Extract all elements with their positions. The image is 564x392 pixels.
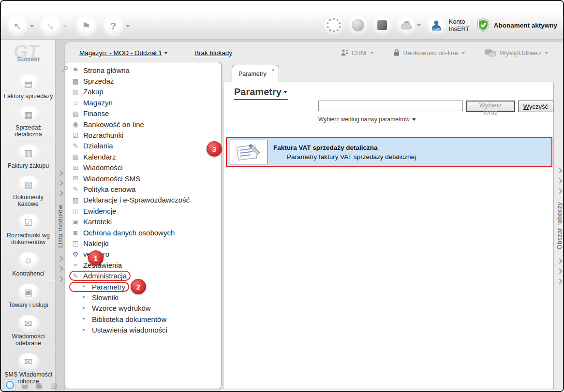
sidebar-module-button[interactable]: ▨ Dokumenty kasowe xyxy=(1,173,56,211)
mini-module-icon[interactable]: ▦ xyxy=(33,380,45,390)
clear-button[interactable]: Wyczyść xyxy=(518,101,553,112)
workspace-strip[interactable]: Obszar roboczy xyxy=(555,63,564,389)
tree-item-icon: ▥ xyxy=(71,88,80,96)
app-window: ↖ ↘ ⚑ ? xyxy=(0,0,564,392)
shield-check-icon xyxy=(476,18,490,32)
mini-module-icon[interactable] xyxy=(3,379,16,391)
back-button[interactable]: ↖ xyxy=(8,16,27,36)
result-title: Faktura VAT sprzedaży detaliczna xyxy=(273,144,416,151)
tree-item-icon: ▨ xyxy=(71,110,80,117)
module-tree-item[interactable]: • • Słowniki xyxy=(69,292,219,303)
sync-spinner-icon[interactable] xyxy=(325,16,342,34)
module-tree-item[interactable]: • ✎ Administracja xyxy=(69,270,219,281)
send-receive-button[interactable]: Wyślij/Odbierz xyxy=(485,49,549,57)
chevron-right-icon xyxy=(58,170,63,175)
module-tree-item[interactable]: • • Wzorce wydruków xyxy=(69,303,219,314)
sidebar-module-button[interactable]: ▦ Sprzedaż detaliczna xyxy=(1,103,56,141)
module-tree-item[interactable]: • ✎ Działania xyxy=(69,141,219,151)
filter-dropdown-icon xyxy=(412,118,416,121)
module-tree-item[interactable]: • ▤ Sprzedaż xyxy=(69,75,219,86)
help-dropdown-icon[interactable] xyxy=(126,25,130,28)
sidebar-module-icon: ▨ xyxy=(18,176,39,192)
abonament-status[interactable]: Abonament aktywny xyxy=(476,18,557,32)
parameter-search-input[interactable] xyxy=(318,101,463,111)
chevron-right-icon xyxy=(58,180,63,186)
sidebar-module-button[interactable]: ☑ Rozrachunki wg dokumentów xyxy=(1,211,56,249)
sidebar-module-icon: ▦ xyxy=(18,106,39,123)
mini-module-icon[interactable]: ▤ xyxy=(19,380,30,390)
tree-item-icon: ▦ xyxy=(71,153,80,160)
lock-status-link[interactable]: Brak blokady xyxy=(194,49,232,57)
tree-item-icon: ▣ xyxy=(71,218,80,226)
module-tree-item[interactable]: • ▨ Finanse xyxy=(69,108,219,119)
tree-item-label: Administracja xyxy=(83,272,127,280)
module-list-strip[interactable]: Lista modułów xyxy=(56,63,65,389)
banking-button[interactable]: Bankowość on-line xyxy=(393,49,465,57)
sidebar-module-label: Wiadomości odebrane xyxy=(3,333,54,347)
sidebar-module-button[interactable]: ☺ Kontrahenci xyxy=(1,249,56,280)
module-tree-item[interactable]: • ▦ Kalendarz xyxy=(69,151,219,162)
sidebar-module-icon: ☺ xyxy=(18,252,39,269)
module-tree-item[interactable]: • • Ustawienia wiadomości xyxy=(69,324,219,335)
page-title[interactable]: Parametry xyxy=(234,87,288,100)
module-sidebar: GT Subiekt ▤ Faktury sprzedaży ▦ Sprzeda… xyxy=(1,40,56,392)
module-tree-item[interactable]: • ▥ Zakup xyxy=(69,87,219,97)
sidebar-module-icon: ▣ xyxy=(18,284,39,300)
tree-item-label: Kalendarz xyxy=(83,153,116,161)
tree-item-label: Zakup xyxy=(83,87,104,96)
bullet-icon: • xyxy=(83,305,88,312)
tree-item-label: Kartoteki xyxy=(83,218,112,226)
callout-1: 1 xyxy=(88,250,104,266)
sidebar-module-button[interactable]: ▤ Faktury sprzedaży xyxy=(1,72,56,103)
module-tree-item[interactable]: • ⌂ Magazyn xyxy=(69,97,219,108)
forward-button[interactable]: ↘ xyxy=(41,16,60,36)
flag-button[interactable]: ⚑ xyxy=(76,16,96,36)
chevron-right-icon xyxy=(557,168,562,174)
cloud-dropdown-icon[interactable] xyxy=(417,24,421,27)
module-tree-item[interactable]: • ✉ Wiadomości SMS xyxy=(69,173,219,184)
filter-by-name-link[interactable]: Wybierz według nazwy parametrów xyxy=(318,116,416,123)
magazyn-selector[interactable]: Magazyn: - MOD - Oddział 1 xyxy=(79,49,168,57)
tab-close-icon[interactable]: × xyxy=(271,67,275,73)
module-tree-item[interactable]: • ◰ Naklejki xyxy=(69,238,219,248)
tree-item-label: Deklaracje i e-Sprawozdawczość xyxy=(83,196,190,204)
choose-now-button[interactable]: Wybierz teraz xyxy=(466,101,515,112)
module-tree-item[interactable]: • ⚑ Strona główna xyxy=(69,65,219,75)
toolbar: ↖ ↘ ⚑ ? xyxy=(1,14,563,40)
tree-item-label: Polityka cenowa xyxy=(83,185,135,193)
module-tree-item[interactable]: • ▧ Deklaracje i e-Sprawozdawczość xyxy=(69,195,219,205)
sidebar-module-button[interactable]: ▣ Towary i usługi xyxy=(1,280,56,312)
magazyn-dropdown-icon xyxy=(164,52,168,54)
result-item-faktura-vat[interactable]: Faktura VAT sprzedaży detaliczna Paramet… xyxy=(226,137,552,167)
globe-icon[interactable] xyxy=(349,16,367,34)
tree-item-icon: ▤ xyxy=(71,77,80,85)
pushpin-icon[interactable] xyxy=(61,65,69,73)
module-tree-item[interactable]: • • Biblioteka dokumentów xyxy=(69,314,219,324)
back-dropdown-icon[interactable] xyxy=(30,25,34,28)
help-button[interactable]: ? xyxy=(104,16,123,36)
module-tree-item[interactable]: • ☑ Rozrachunki xyxy=(69,130,219,140)
bullet-icon: • xyxy=(83,316,88,322)
document-pencil-icon xyxy=(230,140,267,164)
module-tree-item[interactable]: • ✉ Wiadomości xyxy=(69,162,219,173)
konto-insert-button[interactable]: InsERT Konto InsERT xyxy=(428,16,470,34)
module-tree-item[interactable]: • ▣ Kartoteki xyxy=(69,216,219,227)
callout-3: 3 xyxy=(207,141,222,157)
menu-bar xyxy=(1,1,563,14)
send-dropdown-icon xyxy=(545,52,549,54)
sidebar-module-label: Rozrachunki wg dokumentów xyxy=(3,232,54,246)
cloud-database-icon[interactable] xyxy=(398,16,415,34)
module-tree-item[interactable]: • ◙ Ochrona danych osobowych xyxy=(69,227,219,238)
tree-item-icon: ≈ xyxy=(71,261,80,269)
sidebar-module-label: Towary i usługi xyxy=(9,302,48,308)
tree-item-label: Wiadomości SMS xyxy=(83,174,140,183)
sidebar-module-button[interactable]: ✉ Wiadomości odebrane xyxy=(1,312,56,350)
tab-parametry[interactable]: Parametry × xyxy=(232,65,279,82)
sidebar-module-button[interactable]: ▥ Faktury zakupu xyxy=(1,141,56,173)
module-tree-item[interactable]: • ◫ Ewidencje xyxy=(69,205,219,216)
chevron-right-icon xyxy=(557,278,562,284)
crm-button[interactable]: CRM xyxy=(341,49,374,57)
cube-icon[interactable] xyxy=(373,16,391,34)
module-tree-item[interactable]: • ◉ Bankowość on-line xyxy=(69,119,219,130)
module-tree-item[interactable]: • ✎ Polityka cenowa xyxy=(69,184,219,194)
